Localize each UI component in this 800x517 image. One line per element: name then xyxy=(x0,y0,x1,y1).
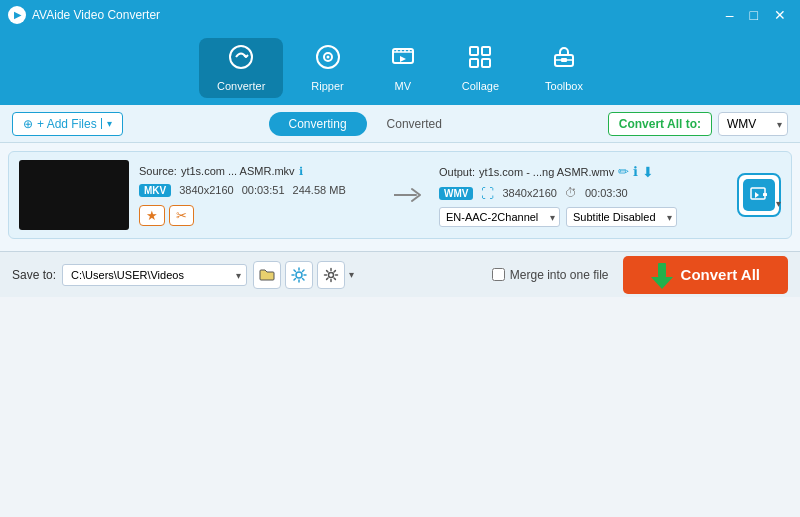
toolbar-collage[interactable]: Collage xyxy=(444,38,517,98)
bottom-icons: ▾ xyxy=(253,261,354,289)
merge-label[interactable]: Merge into one file xyxy=(510,268,609,282)
cut-icon: ✂ xyxy=(176,208,187,223)
collage-icon xyxy=(467,44,493,76)
merge-checkbox[interactable] xyxy=(492,268,505,281)
add-files-button[interactable]: ⊕ + Add Files ▾ xyxy=(12,112,123,136)
mv-label: MV xyxy=(394,80,411,92)
svg-rect-13 xyxy=(763,193,767,196)
clock-icon: ⏱ xyxy=(565,186,577,200)
window-controls[interactable]: – □ ✕ xyxy=(720,5,792,25)
toolbox-icon xyxy=(551,44,577,76)
output-info: Output: yt1s.com - ...ng ASMR.wmv ✏ ℹ ⬇ … xyxy=(439,164,727,227)
subtitle-select-wrap[interactable]: Subtitle Disabled Subtitle Enabled xyxy=(566,207,677,227)
settings-dropdown-icon[interactable]: ▾ xyxy=(349,269,354,280)
format-dropdown[interactable]: WMV MP4 MKV AVI MOV ▾ xyxy=(718,112,788,136)
add-files-dropdown-icon[interactable]: ▾ xyxy=(101,118,112,129)
ripper-icon xyxy=(315,44,341,76)
file-meta-row: MKV 3840x2160 00:03:51 244.58 MB xyxy=(139,184,379,197)
toolbar-ripper[interactable]: Ripper xyxy=(293,38,361,98)
toolbox-label: Toolbox xyxy=(545,80,583,92)
maximize-icon[interactable]: □ xyxy=(744,5,764,25)
tab-converted[interactable]: Converted xyxy=(367,112,462,136)
audio-channel-select-wrap[interactable]: EN-AAC-2Channel EN-AAC-Stereo xyxy=(439,207,560,227)
save-to-label: Save to: xyxy=(12,268,56,282)
source-info-icon[interactable]: ℹ xyxy=(299,165,303,178)
file-resolution: 3840x2160 xyxy=(179,184,233,196)
svg-point-3 xyxy=(326,55,329,58)
svg-point-14 xyxy=(296,272,302,278)
output-duration: 00:03:30 xyxy=(585,187,628,199)
app-title: AVAide Video Converter xyxy=(32,8,160,22)
svg-point-0 xyxy=(230,46,252,68)
convert-all-to-button[interactable]: Convert All to: xyxy=(608,112,712,136)
file-actions: ★ ✂ xyxy=(139,205,379,226)
mv-icon xyxy=(390,44,416,76)
output-format-badge: WMV xyxy=(439,187,473,200)
close-icon[interactable]: ✕ xyxy=(768,5,792,25)
output-icons: ✏ ℹ ⬇ xyxy=(618,164,654,180)
svg-marker-17 xyxy=(651,277,673,289)
merge-group[interactable]: Merge into one file xyxy=(492,268,609,282)
file-info: Source: yt1s.com ... ASMR.mkv ℹ MKV 3840… xyxy=(139,165,379,226)
source-name: yt1s.com ... ASMR.mkv xyxy=(181,165,295,177)
svg-rect-6 xyxy=(482,47,490,55)
item-button-dropdown-icon: ▾ xyxy=(776,198,781,209)
output-resolution: 3840x2160 xyxy=(502,187,556,199)
app-logo: ▶ xyxy=(8,6,26,24)
toolbar-toolbox[interactable]: Toolbox xyxy=(527,38,601,98)
convert-all-label: Convert All xyxy=(681,266,760,283)
format-select[interactable]: WMV MP4 MKV AVI MOV xyxy=(718,112,788,136)
tab-converting[interactable]: Converting xyxy=(269,112,367,136)
output-name: yt1s.com - ...ng ASMR.wmv xyxy=(479,166,614,178)
folder-open-button[interactable] xyxy=(253,261,281,289)
ripper-label: Ripper xyxy=(311,80,343,92)
toolbar-mv[interactable]: MV xyxy=(372,38,434,98)
file-size: 244.58 MB xyxy=(293,184,346,196)
collage-label: Collage xyxy=(462,80,499,92)
output-selects: EN-AAC-2Channel EN-AAC-Stereo Subtitle D… xyxy=(439,207,727,227)
svg-rect-12 xyxy=(751,188,765,199)
right-actions: Merge into one file Convert All xyxy=(492,256,788,294)
star-button[interactable]: ★ xyxy=(139,205,165,226)
svg-rect-4 xyxy=(393,49,413,63)
cut-button[interactable]: ✂ xyxy=(169,205,194,226)
convert-all-arrow-icon xyxy=(651,261,673,289)
title-bar: ▶ AVAide Video Converter – □ ✕ xyxy=(0,0,800,30)
converter-icon xyxy=(228,44,254,76)
output-format-row: WMV ⛶ 3840x2160 ⏱ 00:03:30 xyxy=(439,186,727,201)
output-info-icon[interactable]: ℹ xyxy=(633,164,638,180)
output-download-icon[interactable]: ⬇ xyxy=(642,164,654,180)
title-bar-left: ▶ AVAide Video Converter xyxy=(8,6,160,24)
file-source-row: Source: yt1s.com ... ASMR.mkv ℹ xyxy=(139,165,379,178)
content-area: Source: yt1s.com ... ASMR.mkv ℹ MKV 3840… xyxy=(0,143,800,251)
svg-point-15 xyxy=(329,272,334,277)
convert-item-button[interactable]: ▾ xyxy=(737,173,781,217)
toolbar-converter[interactable]: Converter xyxy=(199,38,283,98)
convert-icon-inner xyxy=(743,179,775,211)
convert-all-button[interactable]: Convert All xyxy=(623,256,788,294)
output-source-row: Output: yt1s.com - ...ng ASMR.wmv ✏ ℹ ⬇ xyxy=(439,164,727,180)
output-edit-icon[interactable]: ✏ xyxy=(618,164,629,180)
convert-all-group: Convert All to: WMV MP4 MKV AVI MOV ▾ xyxy=(608,112,788,136)
minimize-icon[interactable]: – xyxy=(720,5,740,25)
star-icon: ★ xyxy=(146,208,158,223)
audio-channel-select[interactable]: EN-AAC-2Channel EN-AAC-Stereo xyxy=(439,207,560,227)
file-format-badge: MKV xyxy=(139,184,171,197)
converter-label: Converter xyxy=(217,80,265,92)
settings-extra-button[interactable] xyxy=(285,261,313,289)
toolbar: Converter Ripper MV xyxy=(0,30,800,105)
subtitle-select[interactable]: Subtitle Disabled Subtitle Enabled xyxy=(566,207,677,227)
add-files-label: + Add Files xyxy=(37,117,97,131)
file-thumbnail xyxy=(19,160,129,230)
convert-arrow xyxy=(389,185,429,205)
svg-rect-7 xyxy=(470,59,478,67)
add-icon: ⊕ xyxy=(23,117,33,131)
save-to-input-wrap[interactable] xyxy=(62,264,247,286)
source-label: Source: xyxy=(139,165,177,177)
svg-rect-16 xyxy=(658,263,666,277)
gear-button[interactable] xyxy=(317,261,345,289)
save-to-input[interactable] xyxy=(62,264,247,286)
logo-text: ▶ xyxy=(14,10,21,20)
tab-group: Converting Converted xyxy=(269,112,462,136)
bottom-bar: Save to: ▾ xyxy=(0,251,800,297)
